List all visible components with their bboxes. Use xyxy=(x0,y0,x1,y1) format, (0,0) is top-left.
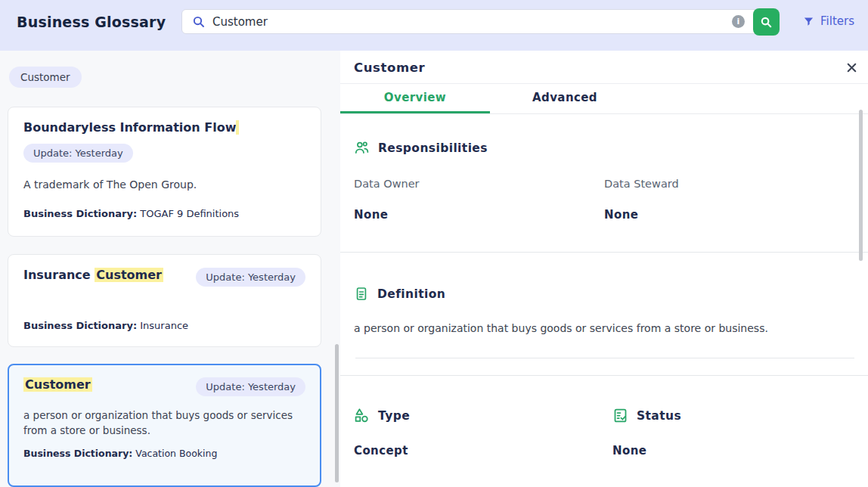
definition-icon xyxy=(354,286,369,302)
term-detail-panel: Customer Overview Advanced Responsibilit… xyxy=(340,51,868,487)
detail-tabs: Overview Advanced xyxy=(340,84,868,114)
business-dictionary-value: TOGAF 9 Definitions xyxy=(140,208,239,219)
responsibilities-section: Responsibilities Data Owner None Data St… xyxy=(340,114,868,253)
status-value: None xyxy=(599,444,857,458)
data-owner-value: None xyxy=(354,208,604,222)
search-button[interactable] xyxy=(753,8,780,36)
business-dictionary-value: Vacation Booking xyxy=(135,448,217,459)
left-panel-scrollbar[interactable] xyxy=(335,344,339,482)
type-icon xyxy=(354,408,370,423)
card-description: a person or organization that buys goods… xyxy=(23,408,305,438)
responsibilities-title: Responsibilities xyxy=(378,141,488,155)
data-owner-label: Data Owner xyxy=(354,178,604,190)
business-dictionary-line: Business Dictionary: TOGAF 9 Definitions xyxy=(23,208,305,219)
search-button-icon xyxy=(760,16,773,29)
filters-label: Filters xyxy=(820,14,854,28)
status-title: Status xyxy=(637,409,681,423)
type-status-section: Type Concept Status None xyxy=(340,376,868,458)
definition-section: Definition a person or organization that… xyxy=(340,253,868,376)
business-dictionary-label: Business Dictionary: xyxy=(23,320,137,331)
card-description: A trademark of The Open Group. xyxy=(23,177,305,192)
detail-panel-scrollbar[interactable] xyxy=(859,110,863,261)
business-dictionary-value: Insurance xyxy=(140,320,188,331)
update-badge: Update: Yesterday xyxy=(196,268,305,287)
status-icon xyxy=(612,408,628,423)
active-filter-chip[interactable]: Customer xyxy=(9,67,82,88)
business-dictionary-label: Business Dictionary: xyxy=(23,448,132,459)
search-input[interactable] xyxy=(212,10,636,33)
update-badge: Update: Yesterday xyxy=(23,144,133,163)
top-header: Business Glossary i Filters xyxy=(0,0,868,51)
card-title: Insurance Customer xyxy=(23,268,163,282)
detail-header: Customer xyxy=(340,51,868,84)
search-bar: i xyxy=(181,9,779,34)
tab-overview[interactable]: Overview xyxy=(340,84,490,113)
update-badge: Update: Yesterday xyxy=(196,377,305,396)
type-value: Concept xyxy=(340,444,599,458)
detail-term-title: Customer xyxy=(354,60,425,75)
data-steward-value: None xyxy=(604,208,854,222)
data-owner-field: Data Owner None xyxy=(354,178,604,222)
data-steward-field: Data Steward None xyxy=(604,178,854,222)
search-match-highlight xyxy=(236,120,239,135)
close-icon[interactable] xyxy=(845,60,858,74)
tab-advanced[interactable]: Advanced xyxy=(490,84,640,113)
responsibilities-icon xyxy=(354,140,370,156)
results-panel: Customer Boundaryless Information Flow U… xyxy=(0,51,340,487)
business-dictionary-line: Business Dictionary: Vacation Booking xyxy=(23,448,305,459)
filter-icon xyxy=(803,16,814,27)
definition-title: Definition xyxy=(377,287,445,301)
info-icon[interactable]: i xyxy=(732,15,745,28)
type-title: Type xyxy=(378,409,410,423)
app-title: Business Glossary xyxy=(17,14,166,30)
search-icon xyxy=(192,15,206,29)
business-dictionary-label: Business Dictionary: xyxy=(23,208,137,219)
glossary-card-boundaryless-information-flow[interactable]: Boundaryless Information Flow Update: Ye… xyxy=(8,107,321,237)
data-steward-label: Data Steward xyxy=(604,178,854,190)
business-dictionary-line: Business Dictionary: Insurance xyxy=(23,320,305,331)
search-match-highlight: Customer xyxy=(95,268,163,282)
glossary-card-insurance-customer[interactable]: Insurance Customer Update: Yesterday Bus… xyxy=(8,254,321,347)
filters-button[interactable]: Filters xyxy=(803,14,854,28)
definition-text: a person or organization that buys goods… xyxy=(340,322,868,334)
type-field: Type Concept xyxy=(340,408,599,458)
card-title: Customer xyxy=(23,377,92,392)
glossary-card-customer-selected[interactable]: Customer Update: Yesterday a person or o… xyxy=(8,364,321,487)
search-match-highlight: Customer xyxy=(23,377,92,392)
card-title: Boundaryless Information Flow xyxy=(23,120,305,135)
status-field: Status None xyxy=(599,408,857,458)
